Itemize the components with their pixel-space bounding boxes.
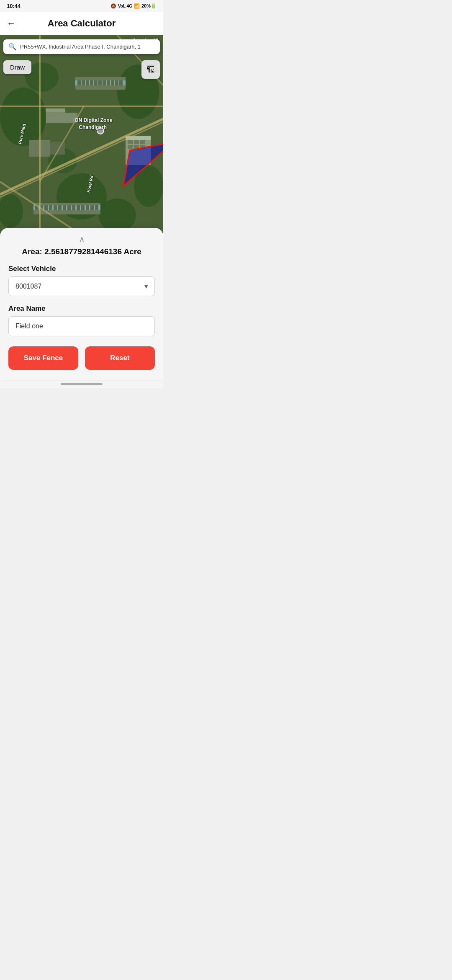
map-search-input[interactable] — [20, 44, 155, 50]
signal-icon: 📶 — [134, 3, 140, 9]
home-bar — [61, 383, 103, 385]
search-icon: 🔍 — [8, 43, 17, 51]
save-fence-button[interactable]: Save Fence — [8, 346, 78, 370]
back-button[interactable]: ← — [7, 18, 16, 29]
status-time: 10:44 — [7, 3, 21, 9]
bottom-panel: ∧ Area: 2.56187792814461​36 Acre Select … — [0, 228, 163, 380]
map-toggle-button[interactable]: 🏗 — [141, 60, 160, 79]
home-indicator — [0, 380, 163, 388]
area-name-input[interactable] — [8, 316, 155, 336]
page-title: Area Calculator — [21, 18, 142, 29]
battery-icon: 20%🔋 — [141, 3, 157, 9]
mute-icon: 🔕 — [110, 3, 116, 9]
vehicle-select[interactable]: 8001087 8001088 8001089 — [8, 276, 155, 296]
select-vehicle-label: Select Vehicle — [8, 265, 155, 273]
status-icons: 🔕 VoL 4G 📶 20%🔋 — [110, 3, 157, 9]
app-header: ← Area Calculator — [0, 12, 163, 35]
area-name-label: Area Name — [8, 304, 155, 313]
status-bar: 10:44 🔕 VoL 4G 📶 20%🔋 — [0, 0, 163, 12]
chevron-up-icon[interactable]: ∧ — [8, 235, 155, 244]
map-search-bar[interactable]: 🔍 — [3, 39, 160, 54]
draw-button[interactable]: Draw — [3, 60, 31, 74]
map-view[interactable]: Purv Marg Hotel Rd iON Digital ZoneChand… — [0, 35, 163, 236]
vehicle-select-wrapper: 8001087 8001088 8001089 ▼ — [8, 276, 155, 296]
layers-icon: 🏗 — [146, 65, 155, 75]
reset-button[interactable]: Reset — [85, 346, 155, 370]
area-display: Area: 2.56187792814461​36 Acre — [8, 247, 155, 256]
network-icon: VoL 4G — [118, 4, 132, 8]
action-buttons-row: Save Fence Reset — [8, 346, 155, 370]
poi-label-ion: iON Digital ZoneChandigarh — [73, 117, 112, 131]
